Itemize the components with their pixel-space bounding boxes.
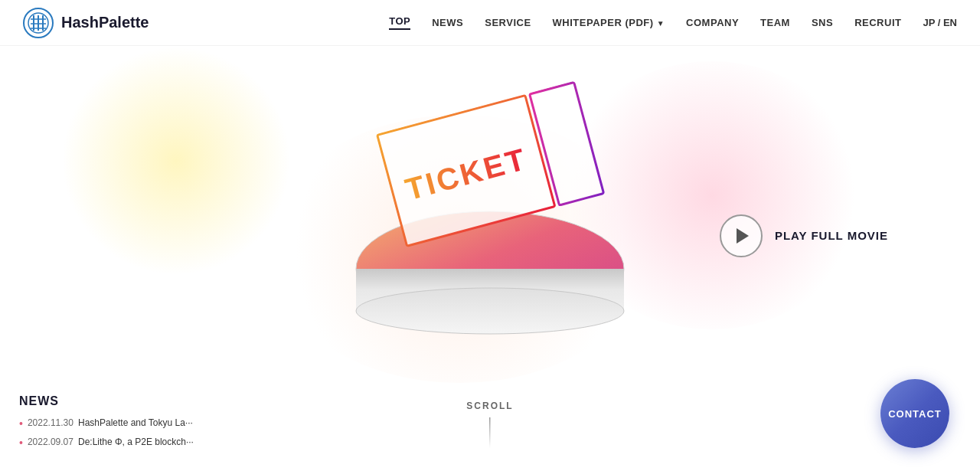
play-movie-section: PLAY FULL MOVIE <box>720 214 888 257</box>
hero-section: TICKET PLAY FULL MOVIE SCROLL <box>0 0 980 471</box>
main-nav: TOP NEWS SERVICE WHITEPAPER (PDF) ▼ COMP… <box>389 15 957 30</box>
logo-text: HashPalette <box>61 14 149 31</box>
news-text[interactable]: De:Lithe Φ, a P2E blockch··· <box>78 437 194 447</box>
scroll-label: SCROLL <box>466 401 513 411</box>
nav-company[interactable]: COMPANY <box>686 17 739 28</box>
scroll-indicator: SCROLL <box>466 401 513 448</box>
nav-whitepaper[interactable]: WHITEPAPER (PDF) ▼ <box>553 17 665 28</box>
header: HashPalette TOP NEWS SERVICE WHITEPAPER … <box>0 0 980 46</box>
nav-team[interactable]: TEAM <box>760 17 790 28</box>
disc-3d: TICKET <box>345 208 635 364</box>
news-dot-icon: • <box>19 417 23 430</box>
news-date: 2022.11.30 <box>28 417 74 428</box>
bg-blob-yellow <box>61 46 291 276</box>
news-panel: NEWS • 2022.11.30 HashPalette and Tokyu … <box>0 379 237 471</box>
play-label: PLAY FULL MOVIE <box>775 229 888 242</box>
news-date: 2022.09.07 <box>28 437 74 447</box>
contact-button[interactable]: CONTACT <box>880 379 949 448</box>
chevron-down-icon: ▼ <box>657 19 665 28</box>
news-item: • 2022.09.07 De:Lithe Φ, a P2E blockch··… <box>19 437 218 450</box>
scroll-line <box>490 417 491 448</box>
nav-top[interactable]: TOP <box>389 15 410 30</box>
svg-point-10 <box>356 288 624 334</box>
news-item: • 2022.11.30 HashPalette and Tokyu La··· <box>19 417 218 430</box>
nav-recruit[interactable]: RECRUIT <box>854 17 901 28</box>
nav-service[interactable]: SERVICE <box>485 17 531 28</box>
play-icon <box>737 228 749 244</box>
hero-illustration: TICKET <box>299 42 681 410</box>
nav-news[interactable]: NEWS <box>432 17 463 28</box>
logo[interactable]: HashPalette <box>23 8 149 38</box>
news-title: NEWS <box>19 394 218 408</box>
logo-icon <box>23 8 54 38</box>
lang-switcher[interactable]: JP / EN <box>923 17 957 28</box>
news-dot-icon: • <box>19 437 23 450</box>
news-text[interactable]: HashPalette and Tokyu La··· <box>78 417 193 428</box>
contact-label: CONTACT <box>888 408 942 420</box>
nav-sns[interactable]: SNS <box>812 17 833 28</box>
play-button[interactable] <box>720 214 763 257</box>
